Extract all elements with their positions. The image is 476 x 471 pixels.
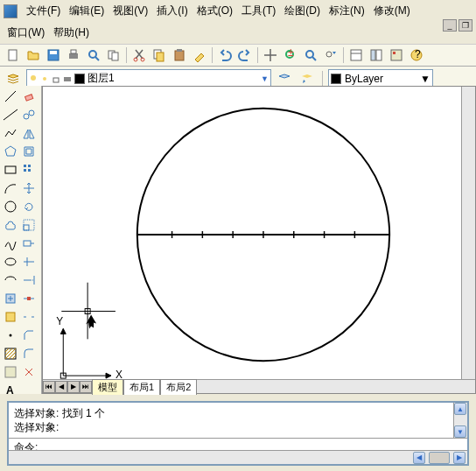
pline-tool[interactable] <box>2 124 19 142</box>
restore-button[interactable]: ❐ <box>458 19 472 32</box>
zoom-window-button[interactable] <box>301 46 320 65</box>
tab-next-button[interactable]: ▶ <box>67 381 80 393</box>
scale-tool[interactable] <box>20 216 38 234</box>
break-tool[interactable] <box>20 308 38 326</box>
drawing-content: X Y <box>43 87 475 393</box>
svg-text:?: ? <box>415 48 421 60</box>
menu-view[interactable]: 视图(V) <box>109 2 151 20</box>
extend-tool[interactable] <box>20 271 38 289</box>
erase-tool[interactable] <box>20 88 38 105</box>
lock-icon <box>52 74 60 83</box>
plot-preview-button[interactable] <box>84 46 103 65</box>
menu-help[interactable]: 帮助(H) <box>50 24 93 42</box>
fillet-tool[interactable] <box>20 345 38 362</box>
scroll-right-button[interactable]: ▶ <box>453 452 466 464</box>
svg-rect-46 <box>24 241 31 246</box>
svg-rect-57 <box>6 313 15 321</box>
mirror-tool[interactable] <box>20 124 38 142</box>
menu-edit[interactable]: 编辑(E) <box>66 2 108 20</box>
copy-tool[interactable] <box>20 106 38 123</box>
svg-rect-2 <box>50 51 57 54</box>
menu-dimension[interactable]: 标注(N) <box>326 2 368 20</box>
minimize-button[interactable]: _ <box>443 19 457 32</box>
menu-modify[interactable]: 修改(M) <box>370 2 414 20</box>
layer-name-label: 图层1 <box>88 71 115 86</box>
cmd-hscroll[interactable]: ◀ ▶ <box>9 450 467 464</box>
copy-button[interactable] <box>150 46 169 65</box>
scroll-left-button[interactable]: ◀ <box>413 452 425 464</box>
trim-tool[interactable] <box>20 253 38 271</box>
menu-insert[interactable]: 插入(I) <box>153 2 191 20</box>
stretch-tool[interactable] <box>20 235 38 252</box>
open-button[interactable] <box>24 46 43 65</box>
workspace: A <box>0 86 476 394</box>
menu-format[interactable]: 格式(O) <box>193 2 236 20</box>
vertical-scrollbar[interactable] <box>461 87 475 379</box>
menu-tools[interactable]: 工具(T) <box>238 2 279 20</box>
ellipse-tool[interactable] <box>2 253 19 271</box>
menu-draw[interactable]: 绘图(D) <box>281 2 324 20</box>
svg-point-5 <box>89 51 96 58</box>
circle-tool[interactable] <box>2 198 19 215</box>
region-tool[interactable] <box>2 363 19 381</box>
new-button[interactable] <box>4 46 23 65</box>
paste-button[interactable] <box>170 46 189 65</box>
ucs-y-label: Y <box>56 315 63 327</box>
polygon-tool[interactable] <box>2 143 19 160</box>
rectangle-tool[interactable] <box>2 161 19 179</box>
tool-palette-button[interactable] <box>387 46 406 65</box>
break-point-tool[interactable] <box>20 290 38 307</box>
command-window[interactable]: 选择对象: 找到 1 个 选择对象: 命令: ▲ ▼ ◀ ▶ <box>7 401 469 466</box>
explode-tool[interactable] <box>20 363 38 381</box>
zoom-prev-button[interactable] <box>321 46 340 65</box>
tab-prev-button[interactable]: ◀ <box>55 381 67 393</box>
svg-rect-12 <box>157 53 164 61</box>
revcloud-tool[interactable] <box>2 216 19 234</box>
insert-block-tool[interactable] <box>2 290 19 307</box>
xline-tool[interactable] <box>2 106 19 123</box>
ellipse-arc-tool[interactable] <box>2 271 19 289</box>
redo-button[interactable] <box>235 46 255 65</box>
publish-button[interactable] <box>104 46 123 65</box>
svg-marker-37 <box>5 146 16 156</box>
svg-point-28 <box>31 75 36 81</box>
cut-button[interactable] <box>130 46 149 65</box>
cmd-line-1: 选择对象: 找到 1 个 <box>14 406 462 420</box>
array-tool[interactable] <box>20 161 38 179</box>
rotate-tool[interactable] <box>20 198 38 215</box>
scroll-thumb[interactable] <box>429 452 450 464</box>
make-block-tool[interactable] <box>2 308 19 326</box>
save-button[interactable] <box>44 46 63 65</box>
svg-rect-42 <box>28 169 31 172</box>
design-center-button[interactable] <box>367 46 386 65</box>
arc-tool[interactable] <box>2 179 19 197</box>
pan-button[interactable] <box>261 46 280 65</box>
scroll-up-button[interactable]: ▲ <box>454 403 466 415</box>
zoom-realtime-button[interactable]: ± <box>281 46 300 65</box>
cmd-vscroll[interactable]: ▲ ▼ <box>453 403 467 438</box>
spline-tool[interactable] <box>2 235 19 252</box>
chamfer-tool[interactable] <box>20 327 38 344</box>
properties-button[interactable] <box>346 46 366 65</box>
svg-point-35 <box>24 114 29 119</box>
help-button[interactable]: ? <box>407 46 426 65</box>
tab-last-button[interactable]: ⏭ <box>80 381 92 393</box>
move-tool[interactable] <box>20 179 38 197</box>
menu-window[interactable]: 窗口(W) <box>4 24 48 42</box>
tab-model[interactable]: 模型 <box>92 379 123 395</box>
print-button[interactable] <box>64 46 83 65</box>
undo-button[interactable] <box>215 46 234 65</box>
tab-layout2[interactable]: 布局2 <box>160 379 197 395</box>
svg-line-18 <box>312 57 316 60</box>
text-tool[interactable]: A <box>2 382 19 399</box>
match-props-button[interactable] <box>190 46 209 65</box>
menu-file[interactable]: 文件(F) <box>23 2 64 20</box>
offset-tool[interactable] <box>20 143 38 160</box>
hatch-tool[interactable] <box>2 345 19 362</box>
drawing-canvas[interactable]: X Y ⏮ ◀ ▶ ⏭ 模型 布局1 布局2 <box>42 86 476 394</box>
tab-layout1[interactable]: 布局1 <box>123 379 160 395</box>
line-tool[interactable] <box>2 88 19 105</box>
scroll-down-button[interactable]: ▼ <box>454 425 466 438</box>
tab-first-button[interactable]: ⏮ <box>43 381 55 393</box>
point-tool[interactable] <box>2 327 19 344</box>
